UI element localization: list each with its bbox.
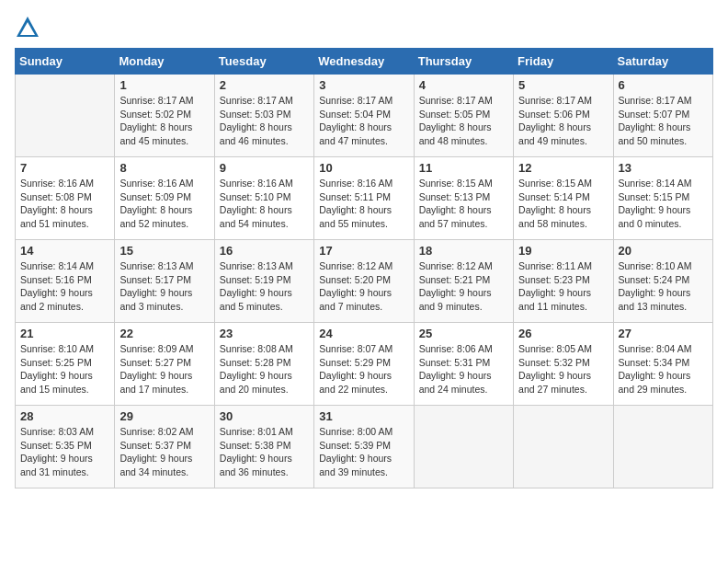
day-number: 7 <box>20 161 109 175</box>
day-number: 14 <box>20 244 109 258</box>
day-info: Sunrise: 8:17 AMSunset: 5:07 PMDaylight:… <box>619 94 708 148</box>
column-header-saturday: Saturday <box>613 49 712 75</box>
day-number: 3 <box>319 78 408 92</box>
day-number: 1 <box>119 78 209 92</box>
day-info: Sunrise: 8:12 AMSunset: 5:20 PMDaylight:… <box>319 259 408 314</box>
day-info: Sunrise: 8:17 AMSunset: 5:05 PMDaylight:… <box>419 94 508 148</box>
day-info: Sunrise: 8:14 AMSunset: 5:15 PMDaylight:… <box>619 177 708 231</box>
calendar-cell: 10Sunrise: 8:16 AMSunset: 5:11 PMDayligh… <box>314 157 414 240</box>
day-number: 20 <box>619 244 708 258</box>
calendar-cell: 16Sunrise: 8:13 AMSunset: 5:19 PMDayligh… <box>214 240 313 323</box>
calendar-cell: 30Sunrise: 8:01 AMSunset: 5:38 PMDayligh… <box>214 406 313 488</box>
calendar-cell: 28Sunrise: 8:03 AMSunset: 5:35 PMDayligh… <box>16 406 115 488</box>
day-number: 29 <box>119 409 209 423</box>
day-number: 21 <box>20 327 109 340</box>
column-header-wednesday: Wednesday <box>314 49 414 75</box>
week-row-4: 21Sunrise: 8:10 AMSunset: 5:25 PMDayligh… <box>16 323 713 406</box>
calendar-cell: 12Sunrise: 8:15 AMSunset: 5:14 PMDayligh… <box>514 157 613 240</box>
day-info: Sunrise: 8:07 AMSunset: 5:29 PMDaylight:… <box>319 342 408 396</box>
day-info: Sunrise: 8:16 AMSunset: 5:09 PMDaylight:… <box>119 177 209 231</box>
day-info: Sunrise: 8:17 AMSunset: 5:06 PMDaylight:… <box>518 94 608 148</box>
day-number: 26 <box>518 327 608 340</box>
day-info: Sunrise: 8:01 AMSunset: 5:38 PMDaylight:… <box>220 425 309 479</box>
day-number: 8 <box>119 161 209 175</box>
day-info: Sunrise: 8:13 AMSunset: 5:17 PMDaylight:… <box>119 259 209 314</box>
day-info: Sunrise: 8:04 AMSunset: 5:34 PMDaylight:… <box>619 342 708 396</box>
day-number: 24 <box>319 327 408 340</box>
day-number: 17 <box>319 244 408 258</box>
calendar-cell: 31Sunrise: 8:00 AMSunset: 5:39 PMDayligh… <box>314 406 414 488</box>
day-number: 31 <box>319 409 408 423</box>
calendar-cell: 21Sunrise: 8:10 AMSunset: 5:25 PMDayligh… <box>16 323 115 406</box>
day-number: 6 <box>619 78 708 92</box>
header-row: SundayMondayTuesdayWednesdayThursdayFrid… <box>16 49 713 75</box>
calendar-cell: 7Sunrise: 8:16 AMSunset: 5:08 PMDaylight… <box>16 157 115 240</box>
calendar-cell: 18Sunrise: 8:12 AMSunset: 5:21 PMDayligh… <box>414 240 513 323</box>
day-info: Sunrise: 8:17 AMSunset: 5:03 PMDaylight:… <box>220 94 309 148</box>
calendar-cell: 1Sunrise: 8:17 AMSunset: 5:02 PMDaylight… <box>115 75 214 157</box>
day-info: Sunrise: 8:16 AMSunset: 5:10 PMDaylight:… <box>220 177 309 231</box>
day-number: 11 <box>419 161 508 175</box>
calendar-cell: 15Sunrise: 8:13 AMSunset: 5:17 PMDayligh… <box>115 240 214 323</box>
calendar-cell: 9Sunrise: 8:16 AMSunset: 5:10 PMDaylight… <box>214 157 313 240</box>
calendar-cell: 3Sunrise: 8:17 AMSunset: 5:04 PMDaylight… <box>314 75 414 157</box>
calendar-cell: 11Sunrise: 8:15 AMSunset: 5:13 PMDayligh… <box>414 157 513 240</box>
calendar-cell: 14Sunrise: 8:14 AMSunset: 5:16 PMDayligh… <box>16 240 115 323</box>
day-number: 22 <box>119 327 209 340</box>
calendar-cell: 22Sunrise: 8:09 AMSunset: 5:27 PMDayligh… <box>115 323 214 406</box>
day-number: 9 <box>220 161 309 175</box>
week-row-1: 1Sunrise: 8:17 AMSunset: 5:02 PMDaylight… <box>16 75 713 157</box>
day-number: 27 <box>619 327 708 340</box>
page-header <box>15 15 713 40</box>
column-header-thursday: Thursday <box>414 49 513 75</box>
day-number: 13 <box>619 161 708 175</box>
calendar-cell: 27Sunrise: 8:04 AMSunset: 5:34 PMDayligh… <box>613 323 712 406</box>
calendar-cell <box>414 406 513 488</box>
day-number: 19 <box>518 244 608 258</box>
calendar-cell: 13Sunrise: 8:14 AMSunset: 5:15 PMDayligh… <box>613 157 712 240</box>
day-info: Sunrise: 8:16 AMSunset: 5:11 PMDaylight:… <box>319 177 408 231</box>
day-info: Sunrise: 8:06 AMSunset: 5:31 PMDaylight:… <box>419 342 508 396</box>
calendar-cell: 20Sunrise: 8:10 AMSunset: 5:24 PMDayligh… <box>613 240 712 323</box>
calendar-cell: 8Sunrise: 8:16 AMSunset: 5:09 PMDaylight… <box>115 157 214 240</box>
day-info: Sunrise: 8:15 AMSunset: 5:14 PMDaylight:… <box>518 177 608 231</box>
day-number: 16 <box>220 244 309 258</box>
week-row-2: 7Sunrise: 8:16 AMSunset: 5:08 PMDaylight… <box>16 157 713 240</box>
calendar-table: SundayMondayTuesdayWednesdayThursdayFrid… <box>15 48 713 488</box>
logo <box>15 15 44 40</box>
calendar-cell <box>514 406 613 488</box>
calendar-cell: 5Sunrise: 8:17 AMSunset: 5:06 PMDaylight… <box>514 75 613 157</box>
week-row-5: 28Sunrise: 8:03 AMSunset: 5:35 PMDayligh… <box>16 406 713 488</box>
logo-icon <box>15 15 40 40</box>
column-header-tuesday: Tuesday <box>214 49 313 75</box>
column-header-monday: Monday <box>115 49 214 75</box>
day-info: Sunrise: 8:16 AMSunset: 5:08 PMDaylight:… <box>20 177 109 231</box>
day-info: Sunrise: 8:15 AMSunset: 5:13 PMDaylight:… <box>419 177 508 231</box>
day-number: 5 <box>518 78 608 92</box>
calendar-cell: 2Sunrise: 8:17 AMSunset: 5:03 PMDaylight… <box>214 75 313 157</box>
column-header-friday: Friday <box>514 49 613 75</box>
day-info: Sunrise: 8:08 AMSunset: 5:28 PMDaylight:… <box>220 342 309 396</box>
calendar-cell: 25Sunrise: 8:06 AMSunset: 5:31 PMDayligh… <box>414 323 513 406</box>
day-info: Sunrise: 8:02 AMSunset: 5:37 PMDaylight:… <box>119 425 209 479</box>
day-info: Sunrise: 8:17 AMSunset: 5:04 PMDaylight:… <box>319 94 408 148</box>
calendar-cell: 17Sunrise: 8:12 AMSunset: 5:20 PMDayligh… <box>314 240 414 323</box>
day-number: 18 <box>419 244 508 258</box>
day-number: 23 <box>220 327 309 340</box>
week-row-3: 14Sunrise: 8:14 AMSunset: 5:16 PMDayligh… <box>16 240 713 323</box>
day-info: Sunrise: 8:10 AMSunset: 5:25 PMDaylight:… <box>20 342 109 396</box>
day-info: Sunrise: 8:03 AMSunset: 5:35 PMDaylight:… <box>20 425 109 479</box>
day-info: Sunrise: 8:14 AMSunset: 5:16 PMDaylight:… <box>20 259 109 314</box>
calendar-cell: 6Sunrise: 8:17 AMSunset: 5:07 PMDaylight… <box>613 75 712 157</box>
day-number: 2 <box>220 78 309 92</box>
calendar-cell: 29Sunrise: 8:02 AMSunset: 5:37 PMDayligh… <box>115 406 214 488</box>
day-info: Sunrise: 8:09 AMSunset: 5:27 PMDaylight:… <box>119 342 209 396</box>
day-info: Sunrise: 8:13 AMSunset: 5:19 PMDaylight:… <box>220 259 309 314</box>
calendar-cell: 23Sunrise: 8:08 AMSunset: 5:28 PMDayligh… <box>214 323 313 406</box>
column-header-sunday: Sunday <box>16 49 115 75</box>
day-number: 28 <box>20 409 109 423</box>
day-info: Sunrise: 8:10 AMSunset: 5:24 PMDaylight:… <box>619 259 708 314</box>
day-number: 25 <box>419 327 508 340</box>
day-number: 10 <box>319 161 408 175</box>
calendar-cell <box>16 75 115 157</box>
